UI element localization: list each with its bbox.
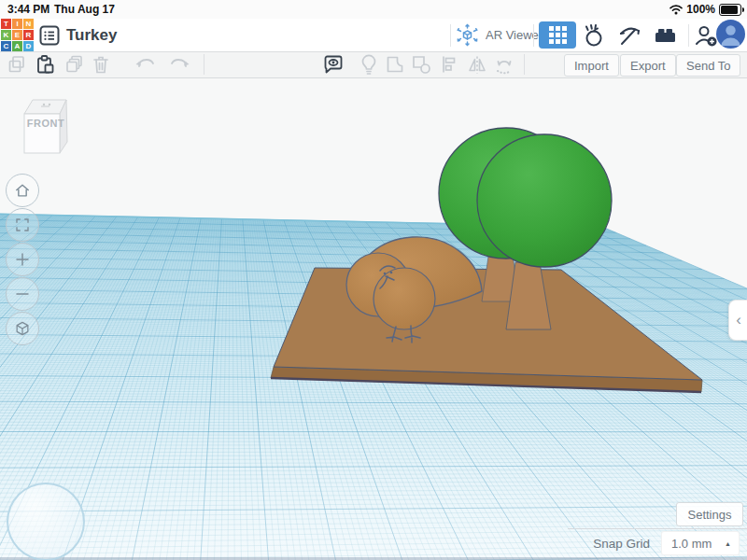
logo-cell: A [12, 41, 22, 51]
zoom-in-icon [17, 254, 28, 265]
header-divider [688, 24, 689, 47]
scene [0, 77, 747, 560]
chevron-up-icon: ▲ [725, 540, 731, 547]
ar-viewer-icon [455, 22, 480, 48]
logo-cell: K [1, 30, 11, 40]
paw-mode-button[interactable] [581, 22, 607, 49]
logo-cell: C [1, 41, 11, 51]
bulb-icon[interactable] [358, 53, 380, 76]
settings-button[interactable]: Settings [676, 502, 743, 526]
group-icon[interactable] [384, 53, 406, 76]
import-button[interactable]: Import [564, 54, 619, 77]
header-divider [450, 24, 451, 47]
tree-front-foliage[interactable] [477, 134, 612, 267]
undo-icon[interactable] [134, 53, 156, 76]
wifi-icon [669, 4, 683, 15]
export-button[interactable]: Export [620, 54, 676, 77]
header-divider [533, 24, 534, 47]
ar-viewer-label: AR Viewer [486, 28, 543, 42]
toolbar-separator [524, 54, 525, 75]
perspective-toggle-button[interactable] [6, 312, 39, 345]
rotate-view-gizmo[interactable] [7, 483, 85, 560]
show-eye-icon[interactable] [322, 53, 345, 76]
panel-collapse-chevron: ‹ [736, 311, 741, 329]
pickaxe-mode-button[interactable] [616, 22, 642, 49]
duplicate-icon[interactable] [63, 53, 86, 76]
home-icon [16, 185, 28, 196]
brick-mode-button[interactable] [652, 22, 678, 49]
view-cube-front-label: FRONT [17, 118, 75, 129]
toolbar-separator [204, 54, 204, 75]
snap-grid-dropdown[interactable]: 1.0 mm ▲ [661, 531, 740, 555]
logo-cell: N [23, 19, 34, 29]
logo-cell: I [12, 19, 22, 29]
design-title[interactable]: Turkey [66, 26, 118, 45]
logo-cell: T [1, 19, 11, 29]
status-bar: 3:44 PM Thu Aug 17 100% [0, 0, 747, 19]
paste-icon[interactable] [34, 53, 56, 76]
battery-icon [719, 4, 741, 16]
copy-icon[interactable] [6, 53, 28, 76]
fit-view-icon [17, 219, 28, 231]
status-time: 3:44 PM [7, 3, 49, 16]
magnet-icon[interactable] [493, 53, 515, 76]
avatar-person-icon [716, 20, 745, 49]
snap-grid-label: Snap Grid [593, 537, 650, 551]
header: TINKERCAD Turkey A [0, 19, 747, 52]
view-cube[interactable]: FRONT [17, 93, 75, 161]
tinkercad-logo: TINKERCAD [1, 19, 35, 51]
zoom-in-button[interactable] [6, 243, 39, 276]
perspective-icon [17, 322, 28, 334]
tinkercad-app: 3:44 PM Thu Aug 17 100% TINKERCAD Turkey [0, 0, 747, 560]
delete-icon[interactable] [90, 53, 112, 76]
grid-mode-icon [549, 26, 567, 44]
home-view-button[interactable] [6, 174, 39, 207]
logo-cell: R [23, 30, 34, 40]
zoom-out-button[interactable] [6, 277, 39, 311]
footer-divider [568, 528, 747, 529]
redo-icon[interactable] [169, 53, 191, 76]
toolbar: Import Export Send To [0, 51, 747, 78]
viewport-3d[interactable]: FRONT ‹ [0, 77, 747, 560]
logo-cell: E [12, 30, 22, 40]
design-list-button[interactable] [39, 25, 60, 46]
shapes-panel-collapse-tab[interactable]: ‹ [728, 300, 747, 341]
logo-cell: D [23, 41, 34, 51]
avatar[interactable] [716, 20, 745, 49]
mirror-icon[interactable] [466, 53, 488, 76]
add-person-button[interactable] [693, 22, 719, 49]
ungroup-icon[interactable] [410, 53, 432, 76]
send-to-button[interactable]: Send To [676, 54, 740, 77]
fit-view-button[interactable] [6, 208, 39, 242]
align-icon[interactable] [438, 53, 460, 76]
ar-viewer-button[interactable]: AR Viewer [455, 22, 543, 48]
grid-mode-button[interactable] [539, 21, 576, 49]
battery-percent: 100% [686, 3, 715, 16]
status-date: Thu Aug 17 [54, 3, 115, 16]
